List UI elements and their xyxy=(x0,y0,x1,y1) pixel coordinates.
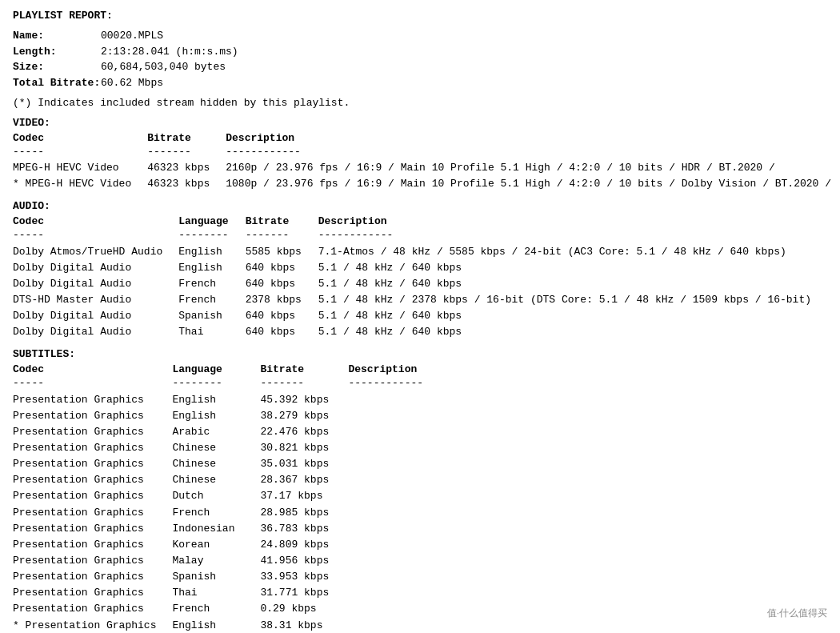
subtitles-cell-bitrate: 24.809 kbps xyxy=(260,537,348,553)
subtitles-col-codec: Codec xyxy=(13,363,172,375)
subtitles-cell-codec: Presentation Graphics xyxy=(13,424,172,440)
video-row: MPEG-H HEVC Video 46323 kbps 2160p / 23.… xyxy=(13,160,840,176)
subtitles-row: Presentation Graphics Malay 41.956 kbps xyxy=(13,553,827,569)
subtitles-cell-bitrate: 41.956 kbps xyxy=(260,553,348,569)
audio-cell-desc: 7.1-Atmos / 48 kHz / 5585 kbps / 24-bit … xyxy=(318,244,827,260)
meta-length-value: 2:13:28.041 (h:m:s.ms) xyxy=(101,44,238,60)
subtitles-row: Presentation Graphics Dutch 37.17 kbps xyxy=(13,488,827,504)
subtitles-cell-desc xyxy=(348,569,827,585)
subtitles-cell-bitrate: 31.771 kbps xyxy=(260,585,348,601)
video-section-header: VIDEO: xyxy=(13,117,827,129)
subtitles-cell-desc xyxy=(348,424,827,440)
video-divider-row: ----- ------- ------------ xyxy=(13,144,840,160)
audio-cell-desc: 5.1 / 48 kHz / 640 kbps xyxy=(318,276,827,292)
subtitles-row: Presentation Graphics English 38.279 kbp… xyxy=(13,408,827,424)
subtitles-row: Presentation Graphics Indonesian 36.783 … xyxy=(13,521,827,537)
video-col-bitrate: Bitrate xyxy=(147,132,226,144)
audio-cell-desc: 5.1 / 48 kHz / 2378 kbps / 16-bit (DTS C… xyxy=(318,292,827,308)
audio-col-language: Language xyxy=(178,215,245,227)
playlist-report: PLAYLIST REPORT: Name: 00020.MPLS Length… xyxy=(13,10,827,633)
subtitles-row: * Presentation Graphics English 38.31 kb… xyxy=(13,618,827,633)
subtitles-table: Codec Language Bitrate Description -----… xyxy=(13,363,827,633)
audio-cell-language: Spanish xyxy=(178,308,245,324)
video-cell-desc: 2160p / 23.976 fps / 16:9 / Main 10 Prof… xyxy=(226,160,840,176)
subtitles-cell-bitrate: 35.031 kbps xyxy=(260,456,348,472)
subtitles-cell-language: Spanish xyxy=(172,569,260,585)
subtitles-cell-language: English xyxy=(172,408,260,424)
subtitles-div-codec: ----- xyxy=(13,375,172,391)
subtitles-cell-bitrate: 30.821 kbps xyxy=(260,440,348,456)
subtitles-divider-row: ----- -------- ------- ------------ xyxy=(13,375,827,391)
subtitles-col-language: Language xyxy=(172,363,260,375)
subtitles-cell-language: Arabic xyxy=(172,424,260,440)
subtitles-cell-desc xyxy=(348,505,827,521)
video-cell-codec: MPEG-H HEVC Video xyxy=(13,160,147,176)
meta-size-label: Size: xyxy=(13,59,101,75)
hidden-stream-note: (*) Indicates included stream hidden by … xyxy=(13,97,827,109)
video-col-description: Description xyxy=(226,132,840,144)
subtitles-cell-language: French xyxy=(172,505,260,521)
meta-name-label: Name: xyxy=(13,28,101,44)
audio-section-header: AUDIO: xyxy=(13,200,827,212)
subtitles-cell-codec: Presentation Graphics xyxy=(13,488,172,504)
meta-size-row: Size: 60,684,503,040 bytes xyxy=(13,59,827,75)
meta-name-row: Name: 00020.MPLS xyxy=(13,28,827,44)
subtitles-cell-codec: Presentation Graphics xyxy=(13,569,172,585)
subtitles-cell-desc xyxy=(348,488,827,504)
subtitles-row: Presentation Graphics Chinese 28.367 kbp… xyxy=(13,472,827,488)
audio-cell-codec: DTS-HD Master Audio xyxy=(13,292,178,308)
meta-length-label: Length: xyxy=(13,44,101,60)
subtitles-cell-desc xyxy=(348,472,827,488)
video-cell-desc: 1080p / 23.976 fps / 16:9 / Main 10 Prof… xyxy=(226,176,840,192)
subtitles-cell-language: Chinese xyxy=(172,456,260,472)
audio-col-codec: Codec xyxy=(13,215,178,227)
audio-row: Dolby Digital Audio French 640 kbps 5.1 … xyxy=(13,276,827,292)
subtitles-cell-language: Chinese xyxy=(172,472,260,488)
audio-row: Dolby Atmos/TrueHD Audio English 5585 kb… xyxy=(13,244,827,260)
subtitles-cell-codec: Presentation Graphics xyxy=(13,521,172,537)
meta-bitrate-label: Total Bitrate: xyxy=(13,75,101,91)
audio-div-codec: ----- xyxy=(13,227,178,243)
audio-cell-bitrate: 640 kbps xyxy=(246,324,318,340)
video-div-bitrate: ------- xyxy=(147,144,226,160)
subtitles-cell-language: Dutch xyxy=(172,488,260,504)
audio-cell-bitrate: 640 kbps xyxy=(246,260,318,276)
audio-cell-desc: 5.1 / 48 kHz / 640 kbps xyxy=(318,260,827,276)
audio-cell-bitrate: 2378 kbps xyxy=(246,292,318,308)
subtitles-row: Presentation Graphics Thai 31.771 kbps xyxy=(13,585,827,601)
meta-size-value: 60,684,503,040 bytes xyxy=(101,59,226,75)
audio-header-row: Codec Language Bitrate Description xyxy=(13,215,827,227)
subtitles-cell-codec: * Presentation Graphics xyxy=(13,618,172,633)
audio-cell-bitrate: 640 kbps xyxy=(246,276,318,292)
video-cell-codec: * MPEG-H HEVC Video xyxy=(13,176,147,192)
video-div-codec: ----- xyxy=(13,144,147,160)
video-table: Codec Bitrate Description ----- ------- … xyxy=(13,132,840,192)
subtitles-cell-language: English xyxy=(172,392,260,408)
audio-row: Dolby Digital Audio English 640 kbps 5.1… xyxy=(13,260,827,276)
subtitles-col-description: Description xyxy=(348,363,827,375)
audio-divider-row: ----- -------- ------- ------------ xyxy=(13,227,827,243)
subtitles-cell-codec: Presentation Graphics xyxy=(13,408,172,424)
audio-table: Codec Language Bitrate Description -----… xyxy=(13,215,827,340)
audio-cell-bitrate: 5585 kbps xyxy=(246,244,318,260)
subtitles-cell-bitrate: 38.31 kbps xyxy=(260,618,348,633)
subtitles-cell-desc xyxy=(348,440,827,456)
audio-cell-bitrate: 640 kbps xyxy=(246,308,318,324)
subtitles-div-bitrate: ------- xyxy=(260,375,348,391)
subtitles-row: Presentation Graphics Arabic 22.476 kbps xyxy=(13,424,827,440)
subtitles-section-header: SUBTITLES: xyxy=(13,348,827,360)
subtitles-cell-language: Korean xyxy=(172,537,260,553)
subtitles-cell-language: French xyxy=(172,601,260,617)
subtitles-row: Presentation Graphics Spanish 33.953 kbp… xyxy=(13,569,827,585)
audio-cell-codec: Dolby Digital Audio xyxy=(13,324,178,340)
subtitles-cell-desc xyxy=(348,618,827,633)
subtitles-cell-codec: Presentation Graphics xyxy=(13,472,172,488)
subtitles-cell-bitrate: 0.29 kbps xyxy=(260,601,348,617)
meta-table: Name: 00020.MPLS Length: 2:13:28.041 (h:… xyxy=(13,28,827,90)
subtitles-cell-codec: Presentation Graphics xyxy=(13,537,172,553)
subtitles-cell-bitrate: 45.392 kbps xyxy=(260,392,348,408)
subtitles-cell-bitrate: 37.17 kbps xyxy=(260,488,348,504)
audio-div-desc: ------------ xyxy=(318,227,827,243)
video-row: * MPEG-H HEVC Video 46323 kbps 1080p / 2… xyxy=(13,176,840,192)
audio-div-bitrate: ------- xyxy=(246,227,318,243)
